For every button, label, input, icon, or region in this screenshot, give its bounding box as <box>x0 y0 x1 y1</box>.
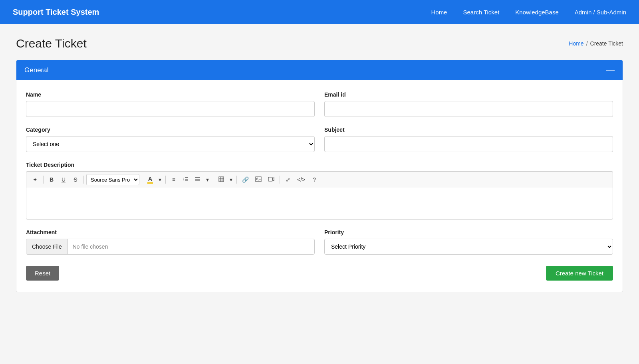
breadcrumb-separator: / <box>586 40 588 47</box>
link-icon: 🔗 <box>242 176 249 183</box>
category-label: Category <box>26 127 315 133</box>
svg-text:3: 3 <box>183 180 185 182</box>
color-bar <box>147 182 153 184</box>
category-select[interactable]: Select one <box>26 136 315 152</box>
category-group: Category Select one <box>26 127 315 152</box>
media-icon <box>268 176 274 183</box>
email-label: Email id <box>324 91 613 98</box>
name-email-row: Name Email id <box>26 91 613 117</box>
priority-select[interactable]: Select Priority Low Medium High Critical <box>324 239 613 255</box>
action-row: Reset Create new Ticket <box>26 266 613 281</box>
card-body: Name Email id Category Select one Subj <box>16 80 623 292</box>
name-group: Name <box>26 91 315 117</box>
fullscreen-icon: ⤢ <box>286 176 290 183</box>
subject-label: Subject <box>324 127 613 133</box>
sep2 <box>83 176 84 184</box>
description-section: Ticket Description ✦ B U S <box>26 162 613 220</box>
strikethrough-icon: S <box>73 176 77 183</box>
link-btn[interactable]: 🔗 <box>239 174 252 185</box>
page-header: Create Ticket Home / Create Ticket <box>16 37 623 50</box>
sep5 <box>213 176 213 184</box>
breadcrumb: Home / Create Ticket <box>569 40 623 47</box>
help-btn[interactable]: ? <box>309 174 320 185</box>
align-icon <box>195 176 200 183</box>
sep7 <box>280 176 280 184</box>
attachment-priority-row: Attachment Choose File No file chosen Pr… <box>26 229 613 255</box>
align-btn[interactable] <box>192 174 203 185</box>
navbar: Support Ticket System Home Search Ticket… <box>0 0 639 24</box>
category-subject-row: Category Select one Subject <box>26 127 613 152</box>
ordered-list-icon: 1 2 3 <box>183 176 189 183</box>
image-icon <box>255 176 262 183</box>
ordered-list-btn[interactable]: 1 2 3 <box>180 174 191 185</box>
editor-toolbar: ✦ B U S Source Sans Pro <box>26 171 613 188</box>
bold-icon: B <box>50 176 54 183</box>
priority-label: Priority <box>324 229 613 235</box>
align-dropdown-btn[interactable]: ▾ <box>204 174 210 185</box>
name-label: Name <box>26 91 315 98</box>
nav-link-admin[interactable]: Admin / Sub-Admin <box>575 9 626 16</box>
email-input[interactable] <box>324 101 613 117</box>
strikethrough-btn[interactable]: S <box>70 174 81 185</box>
magic-icon: ✦ <box>33 176 38 183</box>
source-icon: </> <box>297 176 305 183</box>
create-ticket-button[interactable]: Create new Ticket <box>546 266 613 281</box>
nav-item-kb[interactable]: KnowledgeBase <box>515 9 558 16</box>
color-btn[interactable]: A <box>145 174 156 185</box>
sep4 <box>165 176 166 184</box>
nav-item-home[interactable]: Home <box>431 9 447 16</box>
card-header-title: General <box>24 66 48 74</box>
sep6 <box>236 176 237 184</box>
name-input[interactable] <box>26 101 315 117</box>
nav-item-search[interactable]: Search Ticket <box>463 9 499 16</box>
svg-rect-14 <box>256 177 261 182</box>
subject-input[interactable] <box>324 136 613 152</box>
svg-rect-9 <box>219 177 224 182</box>
navbar-links: Home Search Ticket KnowledgeBase Admin /… <box>431 9 626 16</box>
magic-btn[interactable]: ✦ <box>30 174 41 185</box>
nav-link-search[interactable]: Search Ticket <box>463 9 499 16</box>
card-header: General — <box>16 60 623 80</box>
nav-link-home[interactable]: Home <box>431 9 447 16</box>
nav-item-admin[interactable]: Admin / Sub-Admin <box>575 9 626 16</box>
attachment-group: Attachment Choose File No file chosen <box>26 229 315 255</box>
font-select[interactable]: Source Sans Pro <box>86 174 139 185</box>
description-editor[interactable] <box>26 188 613 220</box>
nav-link-kb[interactable]: KnowledgeBase <box>515 9 558 16</box>
source-btn[interactable]: </> <box>294 174 308 185</box>
email-group: Email id <box>324 91 613 117</box>
priority-group: Priority Select Priority Low Medium High… <box>324 229 613 255</box>
bold-btn[interactable]: B <box>46 174 57 185</box>
underline-btn[interactable]: U <box>58 174 69 185</box>
help-icon: ? <box>313 176 316 183</box>
fullscreen-btn[interactable]: ⤢ <box>282 174 294 185</box>
card-collapse-btn[interactable]: — <box>606 66 615 75</box>
file-label: No file chosen <box>68 243 113 250</box>
breadcrumb-home[interactable]: Home <box>569 40 583 47</box>
breadcrumb-current: Create Ticket <box>590 40 623 47</box>
color-dropdown-btn[interactable]: ▾ <box>157 174 163 185</box>
description-label: Ticket Description <box>26 162 613 168</box>
table-dropdown-btn[interactable]: ▾ <box>228 174 234 185</box>
navbar-brand[interactable]: Support Ticket System <box>13 8 99 17</box>
media-btn[interactable] <box>265 174 277 185</box>
reset-button[interactable]: Reset <box>26 266 59 281</box>
file-input-wrapper: Choose File No file chosen <box>26 239 315 255</box>
table-icon <box>218 176 224 183</box>
svg-rect-16 <box>268 177 272 181</box>
subject-group: Subject <box>324 127 613 152</box>
page-content: Create Ticket Home / Create Ticket Gener… <box>0 24 639 305</box>
table-btn[interactable] <box>216 174 227 185</box>
color-a-icon: A <box>147 176 153 184</box>
underline-icon: U <box>62 176 65 183</box>
unordered-list-btn[interactable]: ≡ <box>168 174 179 185</box>
unordered-list-icon: ≡ <box>172 176 175 183</box>
page-title: Create Ticket <box>16 37 87 50</box>
sep1 <box>43 176 44 184</box>
sep3 <box>142 176 142 184</box>
attachment-label: Attachment <box>26 229 315 235</box>
choose-file-btn[interactable]: Choose File <box>26 239 68 254</box>
general-card: General — Name Email id Category <box>16 60 623 292</box>
image-btn[interactable] <box>252 174 264 185</box>
